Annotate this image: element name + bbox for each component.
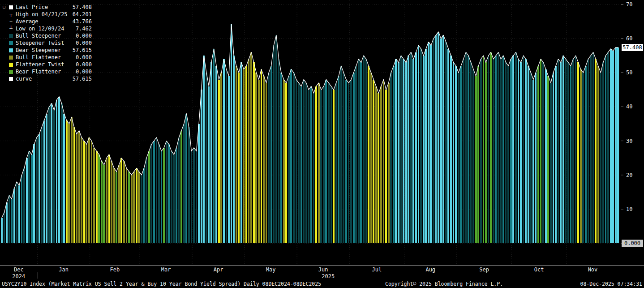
regime-bar[interactable] (98, 155, 100, 243)
chart-plot[interactable] (0, 0, 644, 265)
regime-bar[interactable] (358, 59, 360, 243)
regime-bar[interactable] (398, 62, 399, 243)
regime-bar[interactable] (331, 86, 332, 243)
regime-bar[interactable] (480, 59, 482, 243)
regime-bar[interactable] (515, 52, 517, 243)
regime-bar[interactable] (250, 52, 252, 243)
regime-bar[interactable] (268, 73, 270, 243)
regime-bar[interactable] (126, 168, 128, 243)
regime-bar[interactable] (278, 59, 280, 243)
regime-bar[interactable] (333, 90, 335, 243)
regime-bar[interactable] (238, 73, 240, 243)
regime-bar[interactable] (263, 76, 265, 243)
regime-bar[interactable] (528, 66, 529, 243)
regime-bar[interactable] (185, 114, 187, 243)
regime-bar[interactable] (128, 172, 130, 243)
regime-bar[interactable] (590, 56, 592, 243)
regime-bar[interactable] (266, 83, 267, 243)
legend-item[interactable]: Bear Flattener0.000 (3, 68, 92, 75)
regime-bar[interactable] (218, 80, 220, 243)
regime-bar[interactable] (523, 56, 524, 243)
regime-bar[interactable] (363, 56, 365, 243)
regime-bar[interactable] (173, 155, 175, 243)
regime-bar[interactable] (450, 56, 452, 243)
regime-bar[interactable] (485, 62, 487, 243)
regime-bar[interactable] (320, 90, 322, 243)
regime-bar[interactable] (562, 56, 564, 243)
regime-bar[interactable] (111, 161, 112, 243)
regime-bar[interactable] (577, 62, 579, 243)
regime-bar[interactable] (138, 172, 140, 243)
regime-bar[interactable] (243, 69, 245, 243)
regime-bar[interactable] (71, 117, 73, 243)
regime-bar[interactable] (290, 69, 292, 243)
regime-bar[interactable] (338, 76, 339, 243)
regime-bar[interactable] (440, 39, 442, 243)
regime-bar[interactable] (365, 59, 367, 243)
regime-bar[interactable] (453, 62, 455, 243)
regime-bar[interactable] (191, 151, 193, 243)
regime-bar[interactable] (48, 107, 50, 243)
bars-group[interactable] (1, 24, 619, 243)
regime-bar[interactable] (393, 66, 395, 243)
regime-bar[interactable] (51, 103, 52, 243)
regime-bar[interactable] (123, 161, 125, 243)
regime-bar[interactable] (113, 168, 115, 243)
regime-bar[interactable] (380, 86, 382, 243)
regime-bar[interactable] (600, 73, 601, 243)
regime-bar[interactable] (340, 66, 342, 243)
regime-bar[interactable] (468, 56, 469, 243)
regime-bar[interactable] (96, 151, 98, 243)
regime-bar[interactable] (595, 59, 597, 243)
legend-collapse-icon[interactable]: ⊟ (3, 4, 9, 11)
regime-bar[interactable] (575, 56, 577, 243)
regime-bar[interactable] (171, 151, 172, 243)
regime-bar[interactable] (158, 144, 160, 243)
regime-bar[interactable] (178, 138, 180, 243)
regime-bar[interactable] (198, 124, 200, 244)
regime-bar[interactable] (493, 59, 494, 243)
regime-bar[interactable] (470, 62, 472, 243)
regime-bar[interactable] (542, 62, 544, 243)
regime-bar[interactable] (283, 80, 285, 243)
regime-bar[interactable] (495, 56, 497, 243)
regime-bar[interactable] (106, 158, 107, 243)
legend-item[interactable]: ┴Low on 12/09/247.462 (3, 25, 92, 32)
regime-bar[interactable] (43, 120, 45, 243)
regime-bar[interactable] (293, 73, 295, 243)
regime-bar[interactable] (483, 56, 485, 243)
regime-bar[interactable] (253, 62, 255, 243)
regime-bar[interactable] (400, 56, 402, 243)
regime-bar[interactable] (39, 134, 40, 243)
regime-bar[interactable] (605, 56, 607, 243)
regime-bar[interactable] (78, 131, 80, 243)
regime-bar[interactable] (118, 165, 120, 243)
regime-bar[interactable] (223, 59, 225, 243)
regime-bar[interactable] (13, 189, 15, 243)
regime-bar[interactable] (570, 66, 572, 243)
regime-bar[interactable] (116, 172, 117, 243)
regime-bar[interactable] (313, 93, 315, 243)
regime-bar[interactable] (231, 24, 232, 243)
regime-bar[interactable] (510, 59, 512, 243)
regime-bar[interactable] (176, 148, 177, 243)
regime-bar[interactable] (385, 90, 387, 243)
regime-bar[interactable] (540, 59, 542, 243)
regime-bar[interactable] (33, 144, 35, 243)
regime-bar[interactable] (607, 52, 609, 243)
regime-bar[interactable] (21, 175, 23, 243)
regime-bar[interactable] (592, 52, 594, 243)
regime-bar[interactable] (335, 83, 337, 243)
regime-bar[interactable] (520, 62, 522, 243)
legend-item[interactable]: Flattener Twist0.000 (3, 61, 92, 68)
legend-item[interactable]: Bull Flattener0.000 (3, 54, 92, 61)
regime-bar[interactable] (500, 59, 502, 243)
regime-bar[interactable] (213, 49, 215, 243)
regime-bar[interactable] (530, 73, 532, 243)
regime-bar[interactable] (525, 59, 527, 243)
regime-bar[interactable] (475, 76, 477, 243)
regime-bar[interactable] (553, 73, 554, 243)
regime-bar[interactable] (408, 56, 409, 243)
regime-bar[interactable] (6, 202, 8, 243)
regime-bar[interactable] (373, 80, 374, 243)
